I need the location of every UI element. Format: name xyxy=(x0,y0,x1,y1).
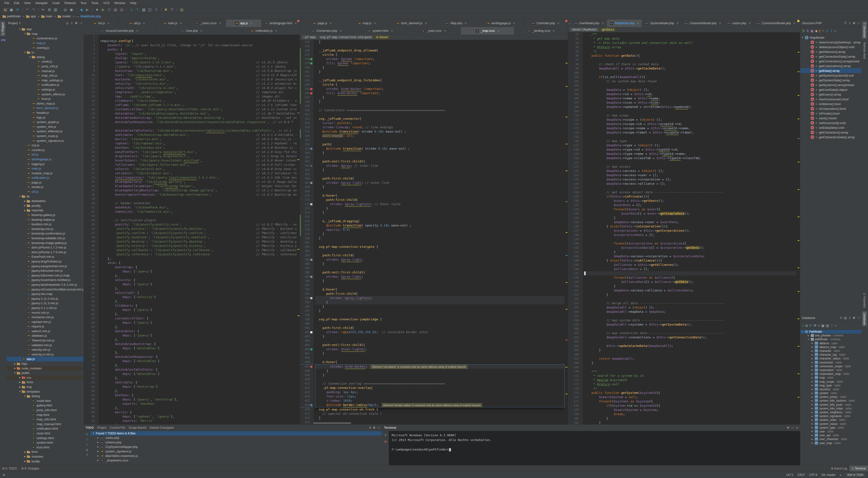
structure-item[interactable]: m🔓︎isAlliance():bool xyxy=(800,101,862,106)
tree-row[interactable]: JSjquery.lazylinepainter-1.5.1.min.js xyxy=(7,282,84,287)
tab-map.js[interactable]: JSmap.js✕ xyxy=(344,20,389,27)
chevron-collapsed-icon[interactable]: ▶ xyxy=(18,381,22,383)
breadcrumb-file[interactable]: phpMapModel.php xyxy=(76,14,101,18)
structure-item[interactable]: m🔓︎save():mixed xyxy=(800,116,862,121)
tree-row[interactable]: JSmap_settings.js xyxy=(7,78,84,83)
toolbar-coverage[interactable]: ▦ xyxy=(113,7,118,12)
todo-tab-scope-based[interactable]: Scope Based xyxy=(129,426,146,429)
toolbar-help[interactable]: ? xyxy=(169,7,175,12)
minimize-icon[interactable]: — xyxy=(791,426,794,429)
run-icon[interactable]: ▶ xyxy=(102,8,104,11)
tree-row[interactable]: JSdemo_map.js xyxy=(7,101,84,106)
chevron-collapsed-icon[interactable]: ▶ xyxy=(811,426,815,429)
toolbar-vcs-changes[interactable]: ▧ xyxy=(141,7,147,12)
tree-row[interactable]: JSslidebars.js xyxy=(7,333,84,338)
tree-row[interactable]: JSvelocity.min.js xyxy=(7,347,84,352)
database-row[interactable]: ▶user: table xyxy=(800,429,862,434)
gear-icon[interactable]: ✱ xyxy=(787,426,789,429)
database-row[interactable]: ▶alliance_map: table xyxy=(800,345,862,349)
refresh-icon[interactable]: ⟳ xyxy=(86,433,88,436)
tree-row[interactable]: JSjquery.easypiechart.min.js xyxy=(7,264,84,268)
chevron-collapsed-icon[interactable]: ▶ xyxy=(23,455,27,457)
redo-icon[interactable]: ↷ xyxy=(32,8,35,11)
toolbar-button-9-changes[interactable]: 9: Changes xyxy=(19,466,41,472)
vcs-commit-icon[interactable]: ⇡ xyxy=(136,8,139,11)
console-icon[interactable]: ▤ xyxy=(844,316,847,319)
tree-row[interactable]: JSbootbox.min.js xyxy=(7,222,84,227)
tree-row[interactable]: JSmustache.min.js xyxy=(7,315,84,320)
structure-item[interactable]: m🔓︎getData():array xyxy=(800,68,862,73)
tab-close-icon[interactable]: ✕ xyxy=(275,29,277,32)
toolbar-copy[interactable]: ⧉ xyxy=(46,7,52,12)
menu-refactor[interactable]: Refactor xyxy=(62,1,79,5)
chevron-collapsed-icon[interactable]: ▶ xyxy=(811,342,815,344)
database-row[interactable]: ▶character_log: table xyxy=(800,353,862,357)
tab-SystemModel.php[interactable]: phpSystemModel.php✕ xyxy=(642,20,682,27)
structure-item[interactable]: m🔓︎getConnections():array|mixed xyxy=(800,59,862,64)
gear-icon[interactable]: ✱ xyxy=(853,316,856,319)
error-stripe-mark[interactable] xyxy=(798,162,800,162)
tree-row[interactable]: ▶logs xyxy=(7,361,84,366)
chevron-collapsed-icon[interactable]: ▶ xyxy=(811,392,815,394)
pin-icon[interactable]: ⊣ xyxy=(857,316,860,319)
tree-row[interactable]: JSoverlay.js xyxy=(7,45,84,50)
error-stripe-mark[interactable] xyxy=(298,159,299,160)
filter-icon[interactable]: ⑆ xyxy=(369,426,371,429)
copy-icon[interactable]: ⧉ xyxy=(805,324,808,327)
chevron-collapsed-icon[interactable]: ▶ xyxy=(811,423,815,425)
table-icon[interactable]: ▦ xyxy=(821,324,824,327)
open-folder-icon[interactable]: ▤ xyxy=(4,8,7,11)
tab-_main.scss[interactable]: S_main.scss✕ xyxy=(407,27,461,35)
structure-root[interactable]: ▼CMapModel xyxy=(800,35,862,40)
structure-item[interactable]: m🔓︎isCorporation():bool xyxy=(800,106,862,111)
chevron-expanded-icon[interactable]: ▼ xyxy=(23,32,27,35)
tree-row[interactable]: JSbootstrap-editable.min.js xyxy=(7,236,84,241)
tree-row[interactable]: ▶modules xyxy=(7,454,84,459)
error-stripe-mark[interactable] xyxy=(798,291,800,292)
collapse-all-icon[interactable]: ⇳ xyxy=(848,316,851,319)
tree-row[interactable]: JSmanual.js xyxy=(7,68,84,73)
structure-item[interactable]: m🔓︎hasAccess(user):bool xyxy=(800,97,862,101)
error-stripe-mark[interactable] xyxy=(798,138,800,139)
tree-row[interactable]: JSmodule_map.js xyxy=(7,171,84,176)
error-stripe-mark[interactable] xyxy=(798,189,800,190)
tab-_colors.scss[interactable]: S_colors.scss✕ xyxy=(190,20,226,27)
database-row[interactable]: ▶connection: table xyxy=(800,361,862,364)
tab-form_element.js[interactable]: JSform_element.js✕ xyxy=(389,20,434,27)
chevron-collapsed-icon[interactable]: ▶ xyxy=(23,209,27,212)
chevron-collapsed-icon[interactable]: ▶ xyxy=(811,373,815,375)
editor-code[interactable]: /** * get map data * -> this includes sy… xyxy=(584,32,797,424)
caret-position[interactable]: 147:1 xyxy=(786,473,793,477)
structure-item[interactable]: m🔓︎clearAccess([clearKeys : array = [ xyxy=(800,40,862,44)
tree-row[interactable]: JSlandingpage.js xyxy=(7,157,84,162)
stripe-button-remote-host[interactable]: Remote Host xyxy=(862,41,867,60)
error-stripe-mark[interactable] xyxy=(798,119,800,119)
tree-row[interactable]: JSnotification.js xyxy=(7,83,84,87)
toolbar-vcs-commit[interactable]: ⇡ xyxy=(135,7,141,12)
collapse-all-icon[interactable]: ⇳ xyxy=(848,22,851,25)
lock-icon[interactable]: 🔒︎ xyxy=(840,473,841,477)
database-row[interactable]: ▼pathfinder: schema xyxy=(800,338,862,341)
minimize-icon[interactable]: — xyxy=(377,426,380,429)
tab-close-icon[interactable]: ✕ xyxy=(464,22,467,25)
tab-close-icon[interactable]: ✕ xyxy=(107,22,110,25)
chevron-collapsed-icon[interactable]: ▶ xyxy=(811,434,815,437)
tree-row[interactable]: ▶fonts xyxy=(7,380,84,385)
todo-file-row[interactable]: ▶phpschema.php xyxy=(91,440,382,445)
tree-row[interactable]: JSvelocity.ui.min.js xyxy=(7,352,84,357)
sort-alpha-icon[interactable]: ⇅ xyxy=(806,29,809,32)
structure-item[interactable]: m🔓︎isPrivate():bool xyxy=(800,111,862,116)
error-stripe-mark[interactable] xyxy=(565,144,567,145)
error-stripe-mark[interactable] xyxy=(565,86,567,87)
chevron-collapsed-icon[interactable]: ▶ xyxy=(811,365,815,367)
chevron-collapsed-icon[interactable]: ▶ xyxy=(811,407,815,410)
horizontal-scrollbar[interactable] xyxy=(313,422,351,424)
error-stripe-mark[interactable] xyxy=(798,267,800,268)
more-icon[interactable]: » xyxy=(835,324,836,327)
project-panel-title[interactable]: Project xyxy=(8,21,18,25)
tree-row[interactable]: ▼templates xyxy=(7,389,84,394)
chevron-collapsed-icon[interactable]: ▶ xyxy=(23,460,27,463)
tree-row[interactable]: JSblueimp-gallery.js xyxy=(7,213,84,217)
collapse-all-icon[interactable]: ⇳ xyxy=(70,22,73,25)
chevron-collapsed-icon[interactable]: ▶ xyxy=(23,200,27,202)
